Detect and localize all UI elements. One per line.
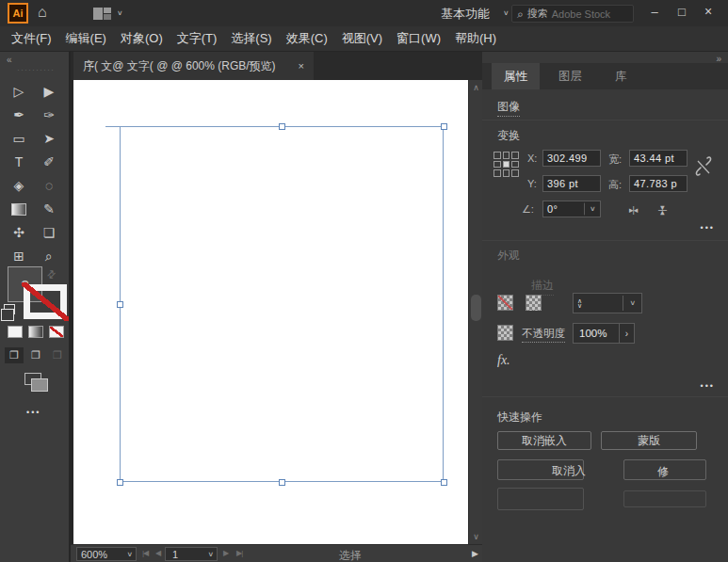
pen-tool[interactable]: ✒ [4,104,34,126]
menu-window[interactable]: 窗口(W) [396,30,441,47]
zoom-tool[interactable]: ⌕ [34,245,64,267]
toolbar-grip[interactable]: ·········· [17,65,55,74]
direct-selection-tool[interactable]: ▷ [4,80,34,103]
vertical-scrollbar[interactable]: ∧ ∨ [468,80,482,544]
close-button[interactable]: × [697,3,720,20]
arrange-documents-icon[interactable] [93,8,111,20]
chevron-right-icon[interactable]: › [619,324,634,343]
stroke-weight-stepper[interactable]: ∧∨ ∨ [573,293,642,313]
stepper-arrows-icon[interactable]: ∧∨ [574,298,586,308]
handle-mid-left[interactable] [117,301,123,308]
gradient-tool[interactable] [4,198,34,220]
handle-bottom-right[interactable] [441,479,447,486]
chevron-down-icon: ∨ [126,551,133,558]
rectangle-tool[interactable]: ▭ [4,127,34,150]
canvas[interactable] [73,80,468,544]
chevron-down-icon[interactable]: ∨ [117,9,123,17]
edit-toolbar-more-icon[interactable]: ••• [26,408,40,417]
tab-properties[interactable]: 属性 [492,63,540,89]
gradient-swatch[interactable] [28,326,43,338]
last-artboard-icon[interactable]: ▶| [236,549,242,557]
home-icon[interactable]: ⌂ [38,4,47,21]
none-swatch[interactable] [49,326,64,338]
chevron-down-icon[interactable]: ∨ [623,296,641,311]
previous-artboard-icon[interactable]: ◀ [155,549,160,557]
menu-view[interactable]: 视图(V) [342,30,382,47]
document-tab[interactable]: 序( 文@ 文字( @ @ 600% (RGB/预览) × [73,52,314,80]
flip-vertical-icon[interactable]: ▸|◂ [658,206,668,214]
paintbrush-tool[interactable]: ✐ [34,151,64,173]
chevron-down-icon[interactable]: ∨ [503,9,510,17]
zoom-level-dropdown[interactable]: 600% ∨ [76,547,137,561]
opacity-input[interactable]: 100% › [573,323,635,344]
type-tool[interactable]: T [4,151,34,173]
image-section-header[interactable]: 图像 [497,99,520,117]
curvature-tool[interactable]: ✑ [34,104,64,126]
constrain-proportions-unlinked-icon[interactable] [695,153,712,180]
menu-object[interactable]: 对象(O) [121,30,163,47]
mask-button[interactable]: 蒙版 [601,431,697,450]
handle-bottom-center[interactable] [279,479,285,486]
menu-help[interactable]: 帮助(H) [455,30,496,47]
blend-tool[interactable]: ✣ [4,221,34,244]
unembed-button[interactable]: 取消嵌入 [497,431,591,450]
reference-point-grid[interactable] [493,152,519,177]
color-swatch-white[interactable] [8,326,23,338]
screen-mode-icon[interactable] [24,373,41,385]
fill-swatch[interactable] [497,295,513,311]
y-input[interactable]: 396 pt [542,175,601,192]
workspace-switcher[interactable]: 基本功能 [441,6,490,23]
status-bar: 600% ∨ |◀ ◀ 1 ∨ ▶ ▶| 选择 ▶ [71,544,482,562]
close-tab-icon[interactable]: × [299,60,304,72]
draw-behind-mode[interactable]: ❐ [26,347,45,363]
handle-bottom-left[interactable] [117,479,123,486]
flip-horizontal-icon[interactable]: ▸|◂ [629,205,637,215]
scroll-down-icon[interactable]: ∨ [469,532,483,541]
ghost-button-empty-right[interactable] [623,490,706,507]
opacity-value: 100% [579,328,607,339]
artboard-tool[interactable]: ⊞ [4,245,34,267]
eraser-tool[interactable]: ◈ [4,174,34,197]
menu-type[interactable]: 文字(T) [177,30,218,47]
transform-more-options-icon[interactable]: ••• [701,223,715,233]
x-input[interactable]: 302.499 [542,150,601,167]
symbol-tool[interactable]: ❏ [34,221,64,244]
lasso-tool[interactable]: ◌ [34,174,64,197]
artboard-number-dropdown[interactable]: 1 ∨ [165,547,218,561]
panel-tab-bar: 属性 图层 库 [482,63,728,89]
pencil-tool[interactable]: ✎ [34,198,64,220]
tab-libraries[interactable]: 库 [603,63,639,89]
height-input[interactable]: 47.783 p [629,175,688,192]
rotate-angle-dropdown[interactable]: 0° ∨ [542,201,601,217]
search-input[interactable]: ⌕ 搜索 Adobe Stock [511,5,634,23]
status-bar-arrow-icon[interactable]: ▶ [472,549,478,558]
opacity-swatch[interactable] [497,325,513,341]
scroll-up-icon[interactable]: ∧ [469,83,483,92]
next-artboard-icon[interactable]: ▶ [223,549,228,557]
collapse-toolbar-icon[interactable]: « [7,55,11,65]
selection-bounding-box[interactable] [120,126,444,482]
fx-effects-button[interactable]: fx. [497,353,510,368]
appearance-more-options-icon[interactable]: ••• [701,381,715,391]
handle-top-center[interactable] [279,123,285,130]
menu-file[interactable]: 文件(F) [11,30,52,47]
selection-tool[interactable]: ▶ [34,80,64,103]
maximize-button[interactable]: □ [671,3,693,20]
width-input[interactable]: 43.44 pt [629,150,688,167]
free-transform-tool[interactable]: ➤ [34,127,64,150]
menu-effect[interactable]: 效果(C) [286,30,328,47]
opacity-label[interactable]: 不透明度 [522,327,565,343]
draw-normal-mode[interactable]: ❐ [5,347,24,363]
first-artboard-icon[interactable]: |◀ [142,549,148,557]
stroke-label[interactable]: 描边 [531,278,554,296]
stroke-swatch[interactable] [526,295,542,311]
ghost-button-empty-left[interactable] [497,488,584,510]
handle-top-right[interactable] [441,123,447,130]
minimize-button[interactable]: – [643,3,666,20]
scrollbar-thumb[interactable] [471,295,481,321]
menu-edit[interactable]: 编辑(E) [66,30,106,47]
menu-select[interactable]: 选择(S) [231,30,271,47]
swap-fill-stroke-icon[interactable]: ⇄ [44,267,59,282]
tab-layers[interactable]: 图层 [546,63,594,89]
default-fill-stroke-icon[interactable] [4,304,15,314]
